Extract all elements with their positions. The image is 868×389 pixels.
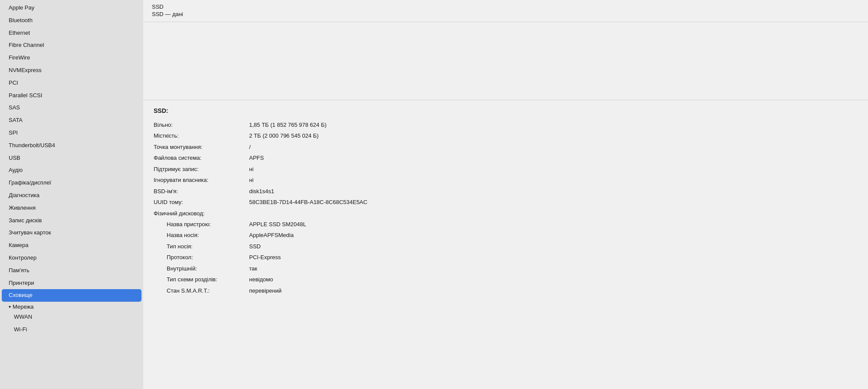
detail-label: Ігнорувати власника: [154,175,249,185]
physical-drive-key: Назва носія: [154,231,249,240]
detail-value: / [249,142,858,152]
sidebar-item-storage[interactable]: Сховище [2,289,141,302]
sidebar-item-power[interactable]: Живлення [0,202,143,214]
physical-drive-row: Стан S.M.A.R.T.: перевірений [154,286,858,295]
chevron-icon: ▾ [9,304,11,309]
physical-drive-val: APPLE SSD SM2048L [249,220,306,229]
detail-row: Підтримує запис: ні [154,165,858,174]
sidebar-item-pci[interactable]: PCI [0,77,143,89]
detail-label: UUID тому: [154,198,249,207]
sidebar-item-card-reader[interactable]: Зчитувач карток [0,227,143,239]
detail-value: ні [249,165,858,174]
detail-row: Місткість: 2 ТБ (2 000 796 545 024 Б) [154,131,858,140]
sidebar-item-thunderbolt[interactable]: Thunderbolt/USB4 [0,139,143,152]
top-section: SSD SSD — дані [143,0,868,22]
sidebar-item-nvmexpress[interactable]: NVMExpress [0,64,143,77]
detail-row: Вільно: 1,85 ТБ (1 852 765 978 624 Б) [154,120,858,129]
detail-row: Точка монтування: / [154,142,858,152]
physical-drive-val: PCI-Express [249,253,281,262]
sidebar-item-usb[interactable]: USB [0,152,143,165]
sidebar-item-controller[interactable]: Контролер [0,252,143,264]
physical-drive-section: Фізичний дисковод: Назва пристрою: APPLE… [154,209,858,296]
physical-drive-val: перевірений [249,286,282,295]
physical-drive-val: так [249,264,257,273]
sidebar-item-wwan[interactable]: WWAN [0,311,143,323]
top-sub: SSD — дані [152,11,859,17]
detail-value: 58C3BE1B-7D14-44FB-A18C-8C68C534E5AC [249,198,858,207]
sidebar-item-fibre-channel[interactable]: Fibre Channel [0,39,143,52]
detail-value: 1,85 ТБ (1 852 765 978 624 Б) [249,120,858,129]
physical-drive-val: SSD [249,242,261,251]
physical-drive-key: Тип схеми розділів: [154,275,249,284]
empty-area [143,22,868,100]
sidebar-item-memory[interactable]: Пам'ять [0,264,143,277]
physical-drive-key: Протокол: [154,253,249,262]
physical-drive-label: Фізичний дисковод: [154,209,249,218]
sidebar-item-sas[interactable]: SAS [0,102,143,114]
sidebar-item-camera[interactable]: Камера [0,239,143,252]
section-title: SSD: [154,107,858,114]
detail-label: Вільно: [154,120,249,129]
sidebar-item-parallel-scsi[interactable]: Parallel SCSI [0,89,143,102]
physical-drive-key: Стан S.M.A.R.T.: [154,286,249,295]
detail-label: Місткість: [154,131,249,140]
detail-value: disk1s4s1 [249,187,858,196]
physical-drive-row: Назва носія: AppleAPFSMedia [154,231,858,240]
physical-drive-row: Внутрішній: так [154,264,858,273]
sidebar-item-wifi[interactable]: Wi-Fi [0,323,143,336]
detail-value: APFS [249,153,858,162]
detail-row: Ігнорувати власника: ні [154,175,858,185]
detail-value: ні [249,175,858,185]
sidebar-item-apple-pay[interactable]: Apple Pay [0,2,143,14]
sidebar-item-bluetooth[interactable]: Bluetooth [0,14,143,27]
sidebar-item-spi[interactable]: SPI [0,127,143,139]
detail-row: UUID тому: 58C3BE1B-7D14-44FB-A18C-8C68C… [154,198,858,207]
physical-drive-label-row: Фізичний дисковод: [154,209,858,218]
physical-drive-row: Протокол: PCI-Express [154,253,858,262]
physical-drive-val: невідомо [249,275,273,284]
physical-drive-val: AppleAPFSMedia [249,231,294,240]
detail-label: Точка монтування: [154,142,249,152]
physical-drive-key: Тип носія: [154,242,249,251]
detail-label: Підтримує запис: [154,165,249,174]
sidebar-group-network[interactable]: ▾Мережа [0,302,143,311]
sidebar-group-label-text: Мережа [13,303,33,310]
physical-drive-row: Назва пристрою: APPLE SSD SM2048L [154,220,858,229]
physical-drive-row: Тип носія: SSD [154,242,858,251]
detail-table: Вільно: 1,85 ТБ (1 852 765 978 624 Б) Мі… [154,120,858,207]
physical-drive-key: Внутрішній: [154,264,249,273]
sidebar-item-audio[interactable]: Аудіо [0,164,143,177]
sidebar-item-disk-write[interactable]: Запис дисків [0,214,143,227]
detail-label: BSD-ім'я: [154,187,249,196]
detail-value: 2 ТБ (2 000 796 545 024 Б) [249,131,858,140]
sidebar-item-graphics[interactable]: Графіка/дисплеї [0,177,143,189]
sidebar-item-diagnostics[interactable]: Діагностика [0,189,143,202]
physical-drive-key: Назва пристрою: [154,220,249,229]
physical-drive-row: Тип схеми розділів: невідомо [154,275,858,284]
detail-row: Файлова система: APFS [154,153,858,162]
sidebar-item-sata[interactable]: SATA [0,114,143,127]
main-content: SSD SSD — дані SSD: Вільно: 1,85 ТБ (1 8… [143,0,868,389]
detail-section: SSD: Вільно: 1,85 ТБ (1 852 765 978 624 … [143,100,868,307]
detail-row: BSD-ім'я: disk1s4s1 [154,187,858,196]
detail-label: Файлова система: [154,153,249,162]
sidebar-item-ethernet[interactable]: Ethernet [0,27,143,40]
top-label: SSD [152,3,859,10]
sidebar-item-firewire[interactable]: FireWire [0,52,143,64]
sidebar-item-printers[interactable]: Принтери [0,277,143,290]
sidebar: Apple PayBluetoothEthernetFibre ChannelF… [0,0,143,389]
